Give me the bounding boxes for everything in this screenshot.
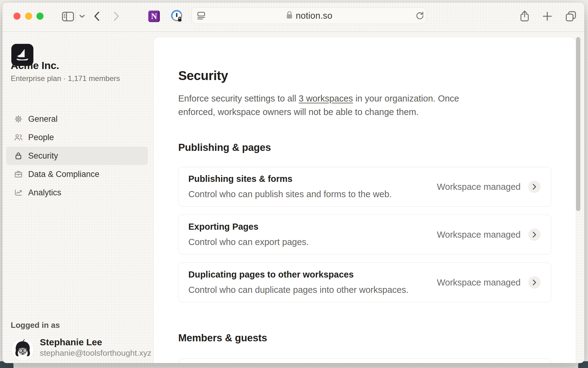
user-avatar [12, 339, 34, 361]
sidebar-item-label: Data & Compliance [28, 170, 100, 179]
sidebar-item-analytics[interactable]: Analytics [6, 183, 148, 202]
intro-text-line2: enforced, workspace owners will not be a… [178, 105, 540, 119]
section-heading-members-guests: Members & guests [178, 332, 551, 344]
user-email: stephanie@toolsforthought.xyz [40, 348, 151, 358]
sidebar-item-label: General [28, 114, 58, 124]
intro-text-2: in your organization. Once [353, 94, 459, 103]
avatar-illustration [12, 339, 34, 361]
setting-card-right: Workspace managed [437, 228, 541, 241]
window-content: Acme Inc. Enterprise plan · 1,171 member… [2, 32, 584, 363]
settings-sidebar: Acme Inc. Enterprise plan · 1,171 member… [2, 32, 154, 363]
user-name: Stephanie Lee [40, 337, 102, 347]
setting-status: Workspace managed [437, 182, 521, 192]
chevron-right-icon [532, 279, 537, 286]
forward-arrow-icon [113, 11, 120, 22]
notion-extension-icon: N [148, 10, 160, 22]
scrollbar-thumb[interactable] [576, 37, 580, 211]
forward-button[interactable] [110, 10, 123, 23]
new-tab-button[interactable] [541, 10, 554, 23]
setting-title: Publishing sites & forms [188, 173, 392, 184]
intro-text-1: Enforce security settings to all [178, 94, 299, 103]
chevron-right-button[interactable] [528, 228, 541, 241]
window-minimize-button[interactable] [25, 13, 32, 20]
sidebar-toggle-icon [62, 12, 74, 22]
chevron-right-icon [532, 183, 537, 190]
back-button[interactable] [91, 10, 103, 23]
sidebar-item-label: Security [28, 151, 58, 161]
gear-icon [13, 114, 24, 124]
safari-window: N [2, 2, 584, 363]
tls-lock-icon [286, 10, 293, 21]
reload-icon [415, 11, 424, 21]
briefcase-icon [13, 169, 24, 179]
setting-card-right: Workspace managed [437, 181, 541, 193]
page-title: Security [178, 68, 551, 84]
setting-card-right: Workspace managed [437, 276, 541, 289]
org-name: Acme Inc. [11, 59, 59, 71]
address-bar-center: notion.so [192, 8, 426, 24]
setting-card-text: Publishing sites & forms Control who can… [188, 173, 392, 200]
setting-card-text: Exporting Pages Control who can export p… [188, 221, 309, 248]
setting-description: Control who can duplicate pages into oth… [188, 284, 409, 296]
onepassword-extension-button[interactable] [171, 10, 183, 23]
setting-card-text: Duplicating pages to other workspaces Co… [188, 269, 409, 296]
plus-icon [542, 11, 552, 22]
tab-overview-button[interactable] [564, 10, 578, 23]
share-icon [519, 10, 530, 23]
toolbar-divider [76, 10, 76, 22]
sidebar-item-security[interactable]: Security [6, 147, 148, 165]
org-plan-members: Enterprise plan · 1,171 members [11, 74, 120, 83]
notion-extension-button[interactable]: N [148, 10, 160, 22]
sidebar-menu-chevron-button[interactable] [78, 13, 86, 20]
setting-card-exporting-pages[interactable]: Exporting Pages Control who can export p… [178, 215, 551, 255]
setting-title: Duplicating pages to other workspaces [188, 269, 409, 280]
address-bar[interactable]: notion.so [191, 7, 427, 24]
line-chart-icon [13, 187, 24, 198]
back-arrow-icon [93, 11, 100, 22]
setting-card-partial[interactable] [178, 358, 551, 363]
sidebar-item-label: Analytics [28, 188, 61, 197]
setting-card-publishing-sites-forms[interactable]: Publishing sites & forms Control who can… [178, 167, 551, 207]
chevron-right-button[interactable] [528, 276, 541, 289]
setting-title: Exporting Pages [188, 221, 309, 232]
chevron-down-icon [79, 14, 85, 19]
workspaces-link[interactable]: 3 workspaces [299, 94, 353, 103]
people-icon [13, 132, 24, 143]
setting-description: Control who can publish sites and forms … [188, 188, 392, 200]
sidebar-item-people[interactable]: People [6, 128, 148, 147]
setting-card-duplicating-pages[interactable]: Duplicating pages to other workspaces Co… [178, 263, 551, 302]
setting-status: Workspace managed [437, 230, 521, 240]
onepassword-extension-icon [171, 10, 183, 23]
security-page: Security Enforce security settings to al… [154, 68, 576, 363]
sidebar-item-label: People [28, 133, 54, 142]
window-zoom-button[interactable] [36, 13, 43, 20]
tabs-overview-icon [565, 10, 577, 23]
chevron-right-icon [532, 231, 537, 238]
url-text: notion.so [296, 11, 333, 21]
setting-status: Workspace managed [437, 278, 521, 288]
setting-description: Control who can export pages. [188, 236, 309, 248]
browser-toolbar: N [2, 2, 584, 32]
page-intro: Enforce security settings to all 3 works… [178, 92, 540, 119]
share-button[interactable] [518, 10, 531, 23]
sidebar-item-data-compliance[interactable]: Data & Compliance [6, 165, 148, 183]
section-heading-publishing-pages: Publishing & pages [178, 141, 551, 154]
reload-button[interactable] [415, 11, 425, 21]
logged-in-as-label: Logged in as [11, 320, 60, 330]
sidebar-toggle-button[interactable] [60, 11, 76, 23]
chevron-right-button[interactable] [528, 181, 541, 193]
settings-nav: General People [6, 110, 148, 202]
sidebar-item-general[interactable]: General [6, 110, 148, 128]
window-close-button[interactable] [13, 13, 21, 20]
lock-icon [13, 151, 24, 161]
settings-main-pane: Security Enforce security settings to al… [154, 37, 576, 363]
